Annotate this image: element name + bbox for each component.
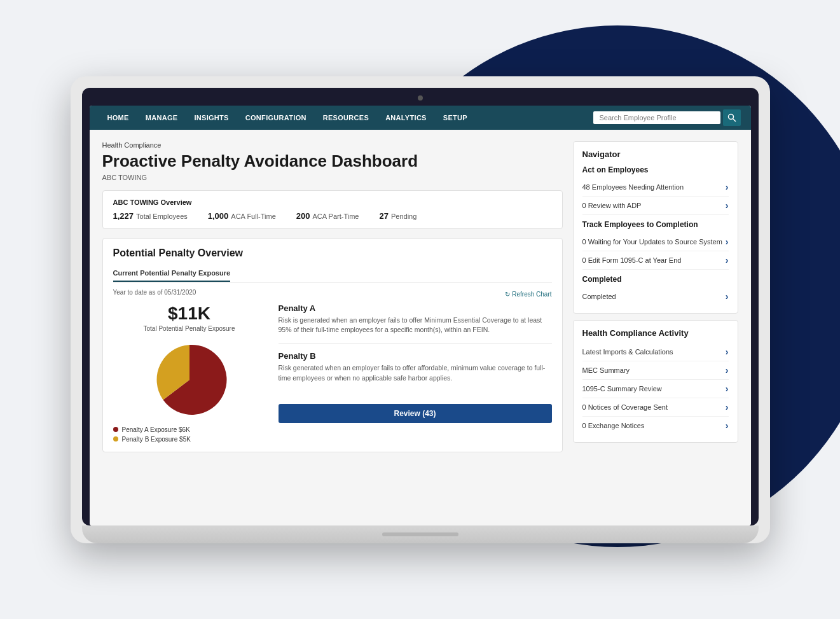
stat-aca-fulltime-label: ACA Full-Time (231, 212, 276, 220)
stat-aca-parttime-value: 200 (296, 211, 310, 221)
legend-label-b: Penalty B Exposure $5K (122, 436, 191, 443)
refresh-icon: ↻ (505, 291, 510, 298)
stat-aca-fulltime-value: 1,000 (208, 211, 229, 221)
activity-link-1095c[interactable]: 1095-C Summary Review › (582, 380, 729, 398)
penalty-card: Potential Penalty Overview Current Poten… (102, 238, 563, 452)
stat-pending: 27 Pending (379, 211, 417, 221)
right-panel: Navigator Act on Employees 48 Employees … (573, 141, 738, 514)
company-name: ABC TOWING (102, 174, 563, 181)
nav-manage[interactable]: MANAGE (138, 106, 186, 130)
nav-link-waiting-updates[interactable]: 0 Waiting for Your Updates to Source Sys… (582, 233, 729, 251)
arrow-icon: › (726, 237, 729, 247)
chart-right: Penalty A Risk is generated when an empl… (279, 303, 552, 443)
left-panel: Health Compliance Proactive Penalty Avoi… (102, 141, 563, 514)
search-wrapper (593, 109, 741, 126)
date-label: Year to date as of 05/31/2020 (113, 289, 196, 296)
stat-total-employees-value: 1,227 (113, 211, 134, 221)
pie-legend: Penalty A Exposure $6K Penalty B Exposur… (113, 426, 266, 443)
camera-dot (418, 95, 423, 101)
search-input[interactable] (593, 111, 720, 124)
breadcrumb: Health Compliance (102, 141, 563, 149)
penalty-card-title: Potential Penalty Overview (113, 247, 552, 259)
stat-pending-label: Pending (391, 212, 417, 220)
nav-configuration[interactable]: CONFIGURATION (238, 106, 314, 130)
arrow-icon: › (726, 347, 729, 357)
legend-dot-a (113, 427, 118, 432)
arrow-icon: › (726, 182, 729, 192)
nav-setup[interactable]: SETUP (436, 106, 475, 130)
nav-link-review-adp[interactable]: 0 Review with ADP › (582, 197, 729, 215)
top-nav: HOME MANAGE INSIGHTS CONFIGURATION RESOU… (90, 106, 751, 130)
activity-link-mec[interactable]: MEC Summary › (582, 361, 729, 380)
nav-link-text: 1095-C Summary Review (582, 385, 662, 393)
legend-penalty-b: Penalty B Exposure $5K (113, 436, 266, 443)
screen-bezel: HOME MANAGE INSIGHTS CONFIGURATION RESOU… (82, 88, 759, 525)
nav-link-completed[interactable]: Completed › (582, 288, 729, 305)
activity-card: Health Compliance Activity Latest Import… (573, 320, 738, 443)
main-content: Health Compliance Proactive Penalty Avoi… (90, 130, 751, 525)
stat-pending-value: 27 (379, 211, 388, 221)
nav-link-edit-form[interactable]: 0 Edit Form 1095-C at Year End › (582, 251, 729, 270)
nav-link-text: 0 Waiting for Your Updates to Source Sys… (582, 238, 722, 246)
search-button[interactable] (723, 109, 741, 126)
tab-current-penalty[interactable]: Current Potential Penalty Exposure (113, 265, 231, 282)
stat-aca-parttime: 200 ACA Part-Time (296, 211, 359, 221)
track-employees-title: Track Employees to Completion (582, 220, 729, 229)
nav-analytics[interactable]: ANALYTICS (378, 106, 434, 130)
tab-bar: Current Potential Penalty Exposure (113, 265, 552, 282)
overview-stats: 1,227 Total Employees 1,000 ACA Full-Tim… (113, 211, 552, 221)
arrow-icon: › (726, 291, 729, 302)
legend-label-a: Penalty A Exposure $6K (122, 426, 190, 433)
nav-link-text: Latest Imports & Calculations (582, 348, 673, 356)
laptop-base (82, 525, 759, 543)
laptop-base-notch (382, 532, 458, 536)
svg-point-0 (728, 114, 733, 119)
penalty-b-description: Risk generated when an employer fails to… (279, 363, 552, 384)
arrow-icon: › (726, 421, 729, 431)
stat-aca-parttime-label: ACA Part-Time (313, 212, 359, 220)
nav-link-text: Completed (582, 293, 616, 300)
nav-link-text: 0 Exchange Notices (582, 422, 645, 429)
arrow-icon: › (726, 402, 729, 412)
activity-link-exchange[interactable]: 0 Exchange Notices › (582, 417, 729, 435)
arrow-icon: › (726, 384, 729, 394)
page-title: Proactive Penalty Avoidance Dashboard (102, 151, 563, 171)
nav-link-text: 0 Edit Form 1095-C at Year End (582, 256, 682, 264)
pie-container (113, 338, 266, 421)
nav-resources[interactable]: RESOURCES (315, 106, 376, 130)
arrow-icon: › (726, 365, 729, 375)
penalty-a-section: Penalty A Risk is generated when an empl… (279, 303, 552, 344)
nav-link-text: 0 Review with ADP (582, 202, 642, 209)
arrow-icon: › (726, 255, 729, 265)
review-button[interactable]: Review (43) (279, 404, 552, 423)
penalty-b-section: Penalty B Risk generated when an employe… (279, 351, 552, 391)
navigator-title: Navigator (582, 150, 729, 159)
nav-home[interactable]: HOME (100, 106, 137, 130)
chart-amount-label: Total Potential Penalty Exposure (113, 325, 266, 332)
search-icon (727, 113, 736, 122)
chart-amount: $11K (113, 303, 266, 324)
overview-title: ABC TOWING Overview (113, 198, 552, 206)
nav-link-employees-attention[interactable]: 48 Employees Needing Attention › (582, 178, 729, 197)
activity-link-notices[interactable]: 0 Notices of Coverage Sent › (582, 398, 729, 417)
nav-link-text: 0 Notices of Coverage Sent (582, 403, 668, 411)
refresh-chart-link[interactable]: ↻ Refresh Chart (505, 291, 551, 298)
arrow-icon: › (726, 200, 729, 211)
laptop-shell: HOME MANAGE INSIGHTS CONFIGURATION RESOU… (71, 76, 770, 543)
chart-left: $11K Total Potential Penalty Exposure (113, 303, 266, 443)
completed-section-title: Completed (582, 275, 729, 284)
chart-area: $11K Total Potential Penalty Exposure (113, 303, 552, 443)
legend-dot-b (113, 436, 118, 442)
nav-link-text: 48 Employees Needing Attention (582, 183, 684, 191)
laptop-screen: HOME MANAGE INSIGHTS CONFIGURATION RESOU… (90, 106, 751, 525)
nav-link-text: MEC Summary (582, 366, 630, 374)
navigator-card: Navigator Act on Employees 48 Employees … (573, 141, 738, 314)
legend-penalty-a: Penalty A Exposure $6K (113, 426, 266, 433)
stat-total-employees: 1,227 Total Employees (113, 211, 188, 221)
penalty-a-description: Risk is generated when an employer fails… (279, 316, 552, 336)
act-on-employees-title: Act on Employees (582, 165, 729, 174)
activity-link-imports[interactable]: Latest Imports & Calculations › (582, 343, 729, 361)
penalty-a-title: Penalty A (279, 303, 552, 313)
pie-chart (148, 338, 231, 421)
nav-insights[interactable]: INSIGHTS (186, 106, 236, 130)
